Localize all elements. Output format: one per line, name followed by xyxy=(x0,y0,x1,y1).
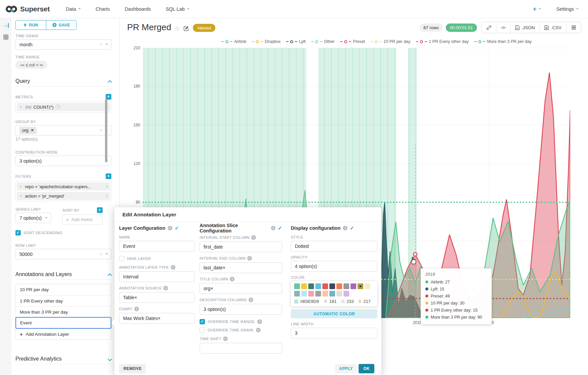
clear-icon[interactable]: × xyxy=(134,295,137,300)
metric-chip[interactable]: × ƒ(x) COUNT(*) ? xyxy=(17,103,110,111)
clear-icon[interactable]: × xyxy=(100,128,102,133)
time-grain-select[interactable]: month × xyxy=(15,39,111,50)
clear-icon[interactable]: × xyxy=(223,265,225,270)
chart-menu-button[interactable] xyxy=(566,22,581,33)
remove-button[interactable]: REMOVE xyxy=(119,364,146,373)
description-columns-select[interactable]: 3 option(s) xyxy=(200,304,282,315)
checkbox-unchecked-icon[interactable] xyxy=(200,327,205,333)
hex-value[interactable]: #B5E9D9 xyxy=(300,299,319,304)
clear-icon[interactable]: × xyxy=(100,42,102,47)
legend-item-more-than-3-pr[interactable]: More than 3 PR per day xyxy=(474,39,532,44)
automatic-color-button[interactable]: AUTOMATIC COLOR xyxy=(291,309,377,318)
superset-logo[interactable]: Superset xyxy=(5,5,50,13)
annotations-section-header[interactable]: Annotations and Layers xyxy=(15,271,111,277)
color-swatch[interactable] xyxy=(343,291,349,297)
annotation-layer-item[interactable]: 10 PR per day xyxy=(16,284,111,295)
annotation-layer-item[interactable]: More than 3 PR per day xyxy=(16,306,111,317)
run-button[interactable]: RUN xyxy=(16,20,46,30)
hover-point-marker[interactable] xyxy=(414,253,417,256)
color-swatch[interactable] xyxy=(322,291,328,297)
remove-icon[interactable]: × xyxy=(19,184,22,189)
legend-item-1-pr-every-other-day[interactable]: 1 PR Every other day xyxy=(416,39,469,44)
checkbox-unchecked-icon[interactable] xyxy=(119,256,124,261)
hide-layer-checkbox[interactable]: HIDE LAYER xyxy=(119,256,195,261)
add-sort-metric-button[interactable]: + xyxy=(97,207,103,213)
datasource-grid-icon[interactable] xyxy=(3,35,8,40)
nav-item-charts[interactable]: Charts xyxy=(96,6,110,12)
title-column-select[interactable]: org× xyxy=(200,283,282,294)
opacity-select[interactable]: 4 option(s) xyxy=(291,261,377,272)
legend-item-airbnb[interactable]: Airbnb xyxy=(221,39,246,44)
sort-descending-checkbox[interactable]: SORT DESCENDING xyxy=(15,230,111,235)
filter-chip[interactable]: × repo = 'apache/incubator-supers... xyxy=(17,182,110,191)
settings-menu[interactable]: Settings xyxy=(556,6,579,12)
row-limit-select[interactable]: 50000 × xyxy=(15,249,111,259)
checkbox-checked-icon[interactable] xyxy=(15,230,21,235)
predictive-section-header[interactable]: Predictive Analytics xyxy=(15,356,111,362)
remove-icon[interactable]: ✕ xyxy=(31,128,34,132)
annotation-layer-type-select[interactable]: Interval xyxy=(119,271,195,282)
nav-item-sql-lab[interactable]: SQL Lab xyxy=(166,6,190,12)
interval-start-select[interactable]: first_date xyxy=(200,242,282,252)
collapse-panel-icon[interactable]: →| xyxy=(2,22,9,28)
favorite-star-icon[interactable]: ☆ xyxy=(174,25,180,33)
embed-code-button[interactable]: </> xyxy=(496,22,510,33)
g-value[interactable]: 233 xyxy=(346,299,354,304)
b-value[interactable]: 217 xyxy=(363,299,371,304)
color-swatch[interactable] xyxy=(308,283,314,289)
time-shift-input[interactable] xyxy=(200,343,282,354)
color-swatch[interactable] xyxy=(336,291,342,297)
color-swatch[interactable] xyxy=(301,283,307,289)
edit-properties-icon[interactable] xyxy=(183,25,189,33)
filter-chip[interactable]: × action = 'pr_merged' xyxy=(17,192,110,200)
remove-icon[interactable]: × xyxy=(19,194,22,199)
color-swatch[interactable] xyxy=(294,291,300,297)
annotation-layer-item-selected[interactable]: Event xyxy=(15,317,111,329)
group-by-select[interactable]: org✕ × xyxy=(15,125,111,136)
line-width-input[interactable] xyxy=(291,328,377,338)
legend-item-preset[interactable]: Preset xyxy=(340,39,365,44)
sidebar-scrollbar[interactable] xyxy=(105,99,107,162)
legend-item-dropbox[interactable]: Dropbox xyxy=(252,39,280,44)
query-section-header[interactable]: Query xyxy=(15,78,111,84)
ok-button[interactable]: OK xyxy=(359,364,374,373)
altered-badge[interactable]: Altered xyxy=(193,24,215,32)
export-csv-button[interactable]: .CSV xyxy=(539,22,566,33)
add-annotation-layer-button[interactable]: + Add Annotation Layer xyxy=(16,328,111,339)
legend-item-other[interactable]: Other xyxy=(311,39,334,44)
annotation-layer-item[interactable]: 1 PR Every other day xyxy=(16,295,111,306)
series-limit-select[interactable]: 7 option(s) xyxy=(15,213,51,223)
override-time-grain-checkbox[interactable]: OVERRIDE TIME GRAINi xyxy=(200,327,282,333)
color-swatch[interactable] xyxy=(329,291,335,297)
group-by-chip[interactable]: org✕ xyxy=(19,127,37,134)
remove-icon[interactable]: × xyxy=(19,105,22,110)
color-swatch[interactable] xyxy=(336,283,342,289)
color-swatch[interactable] xyxy=(365,283,370,289)
nav-item-data[interactable]: Data xyxy=(66,6,81,12)
interval-end-select[interactable]: last_date× xyxy=(200,262,282,273)
clear-icon[interactable]: × xyxy=(158,316,160,321)
color-swatch-selected[interactable] xyxy=(358,283,363,289)
clear-icon[interactable]: × xyxy=(100,252,102,257)
override-time-range-checkbox[interactable]: OVERRIDE TIME RANGEi xyxy=(200,319,282,324)
nav-item-dashboards[interactable]: Dashboards xyxy=(125,6,151,12)
color-swatch[interactable] xyxy=(329,283,335,289)
clear-icon[interactable]: × xyxy=(210,286,213,291)
new-item-button[interactable]: + xyxy=(533,5,541,13)
apply-button[interactable]: APPLY xyxy=(335,364,357,373)
annotation-source-select[interactable]: Table× xyxy=(119,292,195,303)
export-json-button[interactable]: .JSON xyxy=(510,22,540,33)
time-range-pill[interactable]: -∞ ≤ col < ∞ xyxy=(15,61,47,69)
checkbox-checked-icon[interactable] xyxy=(200,319,205,324)
chart-select[interactable]: Max Work Dates× xyxy=(119,313,195,324)
color-swatch[interactable] xyxy=(343,283,349,289)
add-filter-button[interactable]: + xyxy=(106,173,111,179)
r-value[interactable]: 181 xyxy=(329,299,337,304)
color-swatch[interactable] xyxy=(308,291,314,297)
legend-item-10-pr-per-day[interactable]: 10 PR per day xyxy=(371,39,410,44)
color-swatch[interactable] xyxy=(351,283,356,289)
color-swatch[interactable] xyxy=(301,291,307,297)
save-button[interactable]: SAVE xyxy=(46,20,76,30)
color-swatch[interactable] xyxy=(294,283,300,289)
color-swatch[interactable] xyxy=(315,291,321,297)
